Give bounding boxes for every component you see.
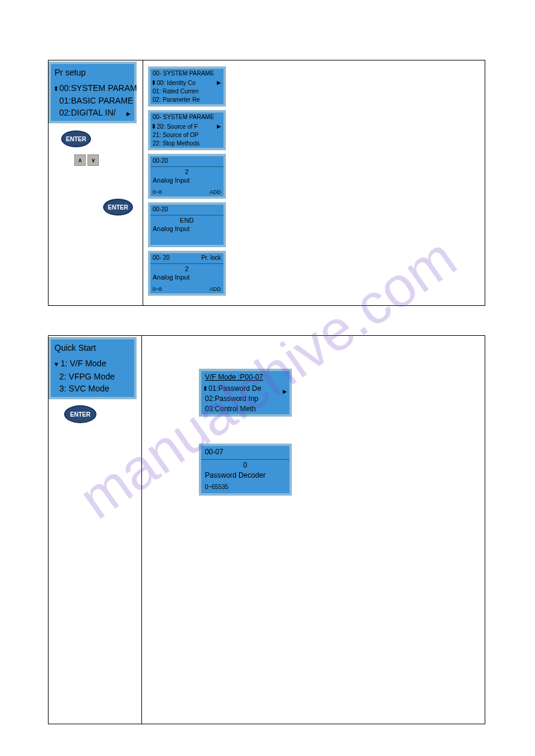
panel-value: 2: [150, 168, 223, 176]
panel-row: 02: Parameter Re: [150, 96, 223, 104]
panel-header: 00-07: [201, 446, 289, 459]
password-panel: 00-07 0 Password Decoder 0~65535: [199, 444, 292, 496]
panel-row: 03:Control Meth: [201, 404, 289, 414]
panel-foot-left: 0~8: [153, 188, 162, 196]
quick-start-item-0: 1: V/F Mode: [53, 357, 132, 371]
arrow-up-key[interactable]: ∧: [74, 154, 86, 166]
panel-label: Password Decoder: [201, 470, 289, 481]
quick-start-item-1: 2: VFPG Mode: [53, 371, 132, 382]
panel-value: 0: [201, 460, 289, 470]
pr-setup-item-2: 02:DIGITAL IN/: [53, 107, 132, 119]
section-2-table: Quick Start 1: V/F Mode 2: VFPG Mode 3: …: [48, 335, 485, 724]
pr-setup-item-0: 00:SYSTEM PARAM: [53, 82, 132, 95]
quick-start-item-2: 3: SVC Mode: [53, 382, 132, 394]
panel-foot-left: 0~8: [153, 285, 162, 293]
panel-label: Analog Input: [150, 224, 223, 233]
panel-foot: 0~65535: [201, 481, 289, 493]
panel-value: 2: [150, 265, 223, 273]
panel-header: 00- SYSTEM PARAME: [150, 113, 223, 122]
panel-system-0: 00- SYSTEM PARAME 00: Identity Co 01: Ra…: [148, 66, 226, 107]
panel-row: 21: Source of OP: [150, 131, 223, 139]
vf-mode-panel: V/F Mode :P00-07 01:Password De 02:Passw…: [199, 369, 292, 417]
quick-start-lcd: Quick Start 1: V/F Mode 2: VFPG Mode 3: …: [49, 337, 137, 399]
panel-row: 00: Identity Co: [150, 78, 223, 87]
panel-0020-a: 00-20 2 Analog Input 0~8ADD: [148, 154, 226, 199]
pr-setup-lcd: Pr setup 00:SYSTEM PARAM 01:BASIC PARAME…: [49, 62, 137, 123]
arrow-keys: ∧ ∨: [74, 154, 142, 166]
panel-header: 00-20: [150, 205, 223, 214]
panel-foot-right: ADD: [210, 285, 221, 293]
panel-row: 01:Password De: [201, 384, 289, 394]
enter-button-3[interactable]: ENTER: [64, 405, 96, 423]
panel-label: Analog Input: [150, 273, 223, 281]
pr-setup-title: Pr setup: [53, 66, 132, 78]
pr-setup-item-1: 01:BASIC PARAME: [53, 95, 132, 107]
section-1-table: Pr setup 00:SYSTEM PARAM 01:BASIC PARAME…: [48, 60, 485, 306]
enter-button-2[interactable]: ENTER: [103, 199, 133, 215]
panel-header: 00- SYSTEM PARAME: [150, 69, 223, 78]
panel-row: 20: Source of F: [150, 122, 223, 131]
panel-row: 22: Stop Methods: [150, 139, 223, 148]
panel-row: 02:Password Inp: [201, 394, 289, 404]
quick-start-title: Quick Start: [53, 342, 132, 354]
panel-system-1: 00- SYSTEM PARAME 20: Source of F 21: So…: [148, 110, 226, 150]
panel-0020-c: 00- 20Pr. lock 2 Analog Input 0~8ADD: [148, 251, 226, 296]
panel-header: 00-20: [150, 156, 223, 166]
panel-row: 01: Rated Curren: [150, 87, 223, 96]
panel-label: Analog Input: [150, 176, 223, 184]
enter-button-1[interactable]: ENTER: [61, 130, 91, 147]
panel-value: END: [150, 216, 223, 224]
panel-header: V/F Mode :P00-07: [201, 371, 289, 384]
arrow-down-key[interactable]: ∨: [87, 154, 99, 166]
panel-0020-b: 00-20 END Analog Input: [148, 202, 226, 247]
panel-header: 00- 20Pr. lock: [150, 253, 223, 263]
panel-foot-right: ADD: [210, 188, 221, 196]
